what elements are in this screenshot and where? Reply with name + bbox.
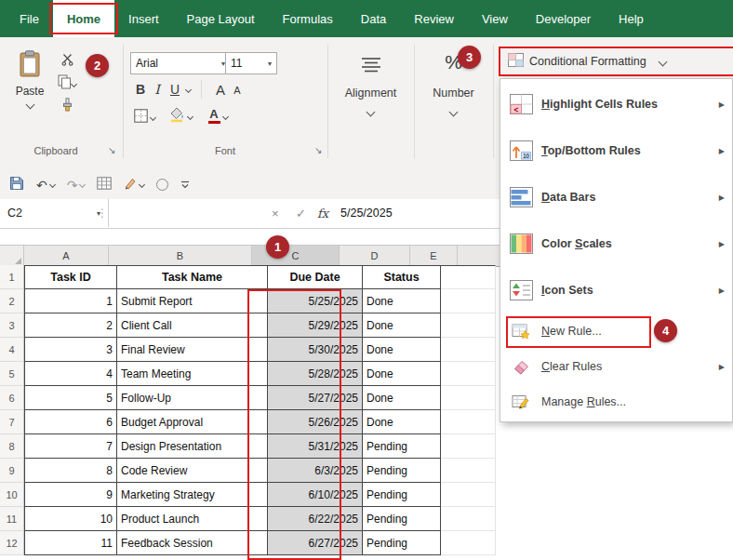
- save-button[interactable]: [9, 176, 24, 193]
- cell[interactable]: Done: [363, 410, 441, 434]
- row-header[interactable]: 2: [0, 289, 24, 313]
- cell-header[interactable]: Task Name: [117, 265, 268, 289]
- cell-header[interactable]: Status: [363, 265, 441, 289]
- enter-button[interactable]: ✓: [296, 199, 306, 227]
- cell[interactable]: Pending: [363, 459, 441, 483]
- alignment-chevron[interactable]: [327, 106, 414, 117]
- font-size-combo[interactable]: 11 ▾: [225, 52, 277, 74]
- undo-button[interactable]: ↶: [36, 178, 55, 193]
- cell[interactable]: Team Meeting: [117, 362, 268, 386]
- autosave-indicator[interactable]: [156, 179, 168, 191]
- cell[interactable]: Feedback Session: [117, 531, 268, 555]
- column-header-b[interactable]: B: [109, 246, 252, 266]
- bold-button[interactable]: B: [132, 80, 149, 99]
- cell[interactable]: [441, 410, 496, 434]
- column-header-a[interactable]: A: [24, 246, 109, 266]
- cancel-button[interactable]: ×: [272, 199, 279, 227]
- cell[interactable]: Design Presentation: [117, 434, 268, 459]
- table-borders-button[interactable]: [97, 177, 112, 193]
- cell[interactable]: Done: [363, 386, 441, 410]
- grow-font-button[interactable]: A: [212, 80, 229, 99]
- cell[interactable]: 4: [24, 362, 117, 386]
- cell[interactable]: 1: [24, 289, 117, 313]
- cell[interactable]: Done: [363, 338, 441, 362]
- cell[interactable]: [441, 265, 496, 289]
- tab-insert[interactable]: Insert: [114, 0, 173, 37]
- paste-button[interactable]: Paste: [7, 50, 52, 108]
- cell[interactable]: [441, 507, 496, 531]
- cell[interactable]: Pending: [363, 507, 441, 531]
- cell[interactable]: Marketing Strategy: [117, 483, 268, 507]
- tab-home[interactable]: Home: [53, 0, 114, 37]
- menu-item-data-bars[interactable]: Data Bars ▶: [500, 174, 732, 220]
- tab-file[interactable]: File: [6, 0, 53, 37]
- cell[interactable]: 10: [24, 507, 117, 531]
- menu-item-highlight-cells-rules[interactable]: < Highlight Cells Rules ▶: [500, 81, 732, 127]
- menu-item-new-rule[interactable]: New Rule...: [500, 313, 732, 349]
- cell-header[interactable]: Task ID: [24, 265, 117, 289]
- cell[interactable]: 11: [24, 531, 117, 555]
- cell[interactable]: 5/25/2025: [268, 289, 363, 313]
- number-menu-button[interactable]: Number: [414, 86, 493, 100]
- cell[interactable]: 6/3/2025: [268, 459, 363, 483]
- cell[interactable]: Pending: [363, 531, 441, 555]
- redo-button[interactable]: ↷: [67, 178, 86, 193]
- name-box[interactable]: C2 ▾: [0, 199, 109, 227]
- cell[interactable]: 2: [24, 313, 117, 338]
- cell[interactable]: [441, 362, 496, 386]
- cell[interactable]: [441, 459, 496, 483]
- row-header[interactable]: 4: [0, 338, 24, 362]
- cell[interactable]: 3: [24, 338, 117, 362]
- row-header[interactable]: 8: [0, 434, 24, 459]
- font-name-combo[interactable]: Arial ▾: [130, 52, 231, 74]
- cell[interactable]: 6/10/2025: [268, 483, 363, 507]
- cut-button[interactable]: [56, 52, 78, 71]
- row-header[interactable]: 10: [0, 483, 24, 507]
- cell[interactable]: Done: [363, 313, 441, 338]
- menu-item-manage-rules[interactable]: Manage Rules...: [500, 384, 732, 420]
- cell[interactable]: Submit Report: [117, 289, 268, 313]
- cell[interactable]: 7: [24, 434, 117, 459]
- cell[interactable]: Pending: [363, 483, 441, 507]
- tab-data[interactable]: Data: [347, 0, 400, 37]
- row-header[interactable]: 11: [0, 507, 24, 531]
- menu-item-clear-rules[interactable]: Clear Rules ▶: [500, 349, 732, 384]
- cell[interactable]: 5/30/2025: [268, 338, 363, 362]
- tab-formulas[interactable]: Formulas: [269, 0, 347, 37]
- font-color-button[interactable]: A: [205, 106, 231, 127]
- format-painter-button[interactable]: [56, 97, 78, 115]
- menu-item-top-bottom-rules[interactable]: 10 Top/Bottom Rules ▶: [500, 127, 732, 174]
- italic-button[interactable]: I: [151, 80, 164, 99]
- cell[interactable]: Final Review: [117, 338, 268, 362]
- tab-review[interactable]: Review: [400, 0, 468, 37]
- row-header[interactable]: 3: [0, 313, 24, 338]
- name-box-splitter[interactable]: ⋮: [97, 199, 108, 227]
- cell[interactable]: [441, 483, 496, 507]
- formula-input[interactable]: 5/25/2025: [340, 199, 393, 227]
- cell[interactable]: Done: [363, 289, 441, 313]
- select-all-corner[interactable]: [0, 246, 24, 266]
- row-header[interactable]: 7: [0, 410, 24, 434]
- font-dialog-launcher[interactable]: ↘: [314, 145, 322, 156]
- column-header-d[interactable]: D: [340, 246, 410, 266]
- cell[interactable]: Follow-Up: [117, 386, 268, 410]
- clipboard-dialog-launcher[interactable]: ↘: [108, 145, 115, 156]
- cell[interactable]: [441, 289, 496, 313]
- cell[interactable]: 8: [24, 459, 117, 483]
- cell[interactable]: 5/26/2025: [268, 410, 363, 434]
- row-header[interactable]: 5: [0, 362, 24, 386]
- cell[interactable]: [441, 434, 496, 459]
- insert-function-button[interactable]: fx: [317, 199, 328, 227]
- tab-developer[interactable]: Developer: [522, 0, 605, 37]
- cell[interactable]: Budget Approval: [117, 410, 268, 434]
- cell-header[interactable]: Due Date: [268, 265, 363, 289]
- row-header[interactable]: 9: [0, 459, 24, 483]
- conditional-formatting-button[interactable]: Conditional Formatting: [502, 49, 733, 73]
- alignment-menu-button[interactable]: Alignment: [327, 86, 414, 100]
- cell[interactable]: 6/22/2025: [268, 507, 363, 531]
- cell[interactable]: 5/29/2025: [268, 313, 363, 338]
- customize-qat-button[interactable]: [180, 178, 190, 193]
- cell[interactable]: Done: [363, 362, 441, 386]
- cell[interactable]: 5/27/2025: [268, 386, 363, 410]
- row-header[interactable]: 12: [0, 531, 24, 555]
